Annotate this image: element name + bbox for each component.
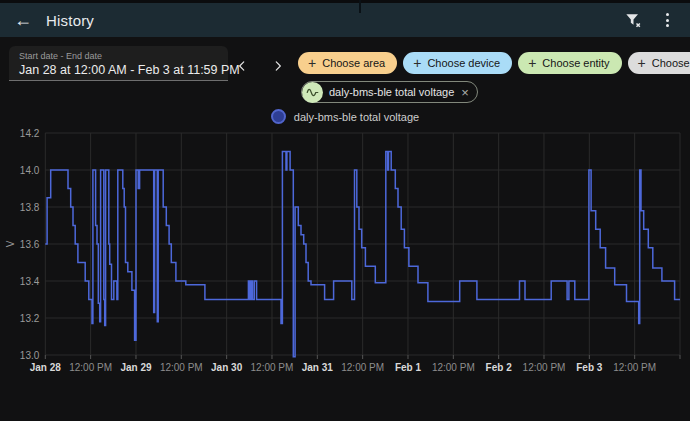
waveform-icon (306, 86, 319, 99)
overflow-menu-button[interactable] (654, 7, 680, 33)
choose-entity-chip[interactable]: + Choose entity (518, 52, 621, 74)
y-tick-label: 14.2 (20, 128, 40, 139)
x-tick-label: Jan 31 (302, 362, 334, 373)
history-screen: ← History Start date - End date Jan 28 a… (0, 0, 690, 421)
choose-label-label: Choose label (652, 57, 690, 69)
legend-label: daly-bms-ble total voltage (294, 111, 419, 123)
choose-device-label: Choose device (427, 57, 500, 69)
remove-filters-button[interactable] (620, 7, 646, 33)
date-range-field-label: Start date - End date (19, 51, 228, 61)
y-tick-label: 13.0 (20, 350, 40, 361)
choose-entity-label: Choose entity (542, 57, 609, 69)
screen-artifact (359, 0, 361, 13)
x-tick-label: Feb 3 (576, 362, 603, 373)
header-actions (620, 7, 690, 33)
remove-entity-button[interactable]: × (461, 86, 469, 99)
x-tick-label: 12:00 PM (613, 362, 656, 373)
x-tick-label: Jan 29 (120, 362, 152, 373)
filter-remove-icon (623, 10, 643, 30)
next-period-button[interactable] (265, 53, 291, 79)
x-tick-label: 12:00 PM (523, 362, 566, 373)
selected-entity-chip[interactable]: daly-bms-ble total voltage × (301, 81, 478, 103)
back-arrow-icon: ← (14, 10, 32, 30)
date-range-picker[interactable]: Start date - End date Jan 28 at 12:00 AM… (9, 46, 228, 81)
chevron-right-icon (271, 59, 285, 73)
app-header: ← History (0, 3, 690, 37)
x-tick-label: Jan 30 (211, 362, 243, 373)
plus-icon: + (638, 56, 646, 70)
x-tick-label: 12:00 PM (251, 362, 294, 373)
x-tick-label: Feb 2 (486, 362, 513, 373)
choose-area-chip[interactable]: + Choose area (298, 52, 397, 74)
x-tick-label: Feb 1 (395, 362, 422, 373)
y-tick-label: 13.2 (20, 313, 40, 324)
choose-area-label: Choose area (322, 57, 385, 69)
plus-icon: + (413, 56, 421, 70)
previous-period-button[interactable] (229, 53, 255, 79)
y-tick-label: 14.0 (20, 165, 40, 176)
y-axis-unit: V (5, 240, 16, 247)
choose-label-chip[interactable]: + Choose label (628, 52, 690, 74)
back-button[interactable]: ← (0, 3, 40, 37)
chart-legend-item[interactable]: daly-bms-ble total voltage (0, 109, 690, 124)
x-tick-label: 12:00 PM (341, 362, 384, 373)
choose-device-chip[interactable]: + Choose device (403, 52, 512, 74)
selected-entities-row: daly-bms-ble total voltage × (301, 81, 478, 103)
x-tick-label: 12:00 PM (69, 362, 112, 373)
plus-icon: + (528, 56, 536, 70)
kebab-menu-icon (666, 13, 669, 27)
plus-icon: + (308, 56, 316, 70)
legend-dot-icon (271, 109, 286, 124)
y-tick-label: 13.6 (20, 239, 40, 250)
y-tick-label: 13.8 (20, 202, 40, 213)
entity-chip-label: daly-bms-ble total voltage (329, 86, 454, 98)
history-chart[interactable]: 13.013.213.413.613.814.014.2Jan 2812:00 … (0, 126, 690, 401)
x-tick-label: Jan 28 (30, 362, 62, 373)
chevron-left-icon (235, 59, 249, 73)
page-title: History (46, 12, 94, 29)
entity-avatar (302, 82, 323, 103)
x-tick-label: 12:00 PM (160, 362, 203, 373)
filter-chips-row: + Choose area + Choose device + Choose e… (298, 52, 690, 74)
y-tick-label: 13.4 (20, 276, 40, 287)
x-tick-label: 12:00 PM (432, 362, 475, 373)
date-range-value: Jan 28 at 12:00 AM - Feb 3 at 11:59 PM (19, 63, 228, 77)
